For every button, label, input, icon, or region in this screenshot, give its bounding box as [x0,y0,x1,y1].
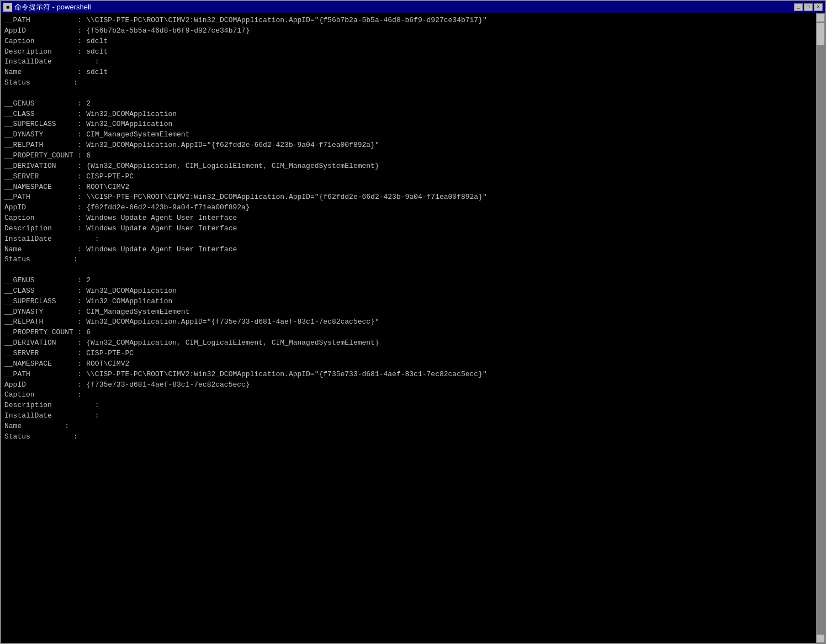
scroll-down-button[interactable]: ▼ [816,634,825,643]
terminal-line: __CLASS : Win32_DCOMApplication [4,286,822,297]
terminal-line: __PATH : \\CISP-PTE-PC\ROOT\CIMV2:Win32_… [4,369,822,380]
window-icon: ■ [3,3,12,12]
terminal-line: Status : [4,432,822,442]
terminal-line: __DYNASTY : CIM_ManagedSystemElement [4,130,822,140]
titlebar-buttons[interactable]: _ □ × [794,3,823,11]
terminal-line: __RELPATH : Win32_DCOMApplication.AppID=… [4,317,822,328]
terminal-line: Caption : sdclt [4,36,822,47]
terminal-line: Description : [4,400,822,411]
terminal-line: __SUPERCLASS : Win32_COMApplication [4,119,822,130]
terminal-line: __PROPERTY_COUNT : 6 [4,151,822,161]
terminal-line: Description : Windows Update Agent User … [4,224,822,234]
terminal-line: Name : sdclt [4,67,822,78]
terminal-line: __CLASS : Win32_DCOMApplication [4,109,822,120]
scroll-thumb[interactable] [817,23,824,45]
terminal-line: __DERIVATION : {Win32_COMApplication, CI… [4,161,822,172]
terminal-line: InstallDate : [4,411,822,421]
terminal-line: Status : [4,255,822,265]
titlebar-left: ■ 命令提示符 - powershell [3,2,91,12]
scrollbar[interactable]: ▲ ▼ [816,13,825,643]
terminal-line: __DERIVATION : {Win32_COMApplication, CI… [4,338,822,349]
terminal-line: InstallDate : [4,234,822,245]
terminal-line: Caption : Windows Update Agent User Inte… [4,213,822,224]
terminal-line: Status : [4,78,822,88]
terminal-line: __DYNASTY : CIM_ManagedSystemElement [4,307,822,318]
terminal-line [4,265,822,276]
terminal-line: __PATH : \\CISP-PTE-PC\ROOT\CIMV2:Win32_… [4,192,822,203]
terminal-content: __PATH : \\CISP-PTE-PC\ROOT\CIMV2:Win32_… [1,13,825,643]
terminal-line: AppID : {f735e733-d681-4aef-83c1-7ec82ca… [4,380,822,390]
terminal-line: InstallDate : [4,57,822,67]
terminal-line: __SERVER : CISP-PTE-PC [4,172,822,182]
terminal-line: AppID : {f62fdd2e-66d2-423b-9a04-f71ea00… [4,203,822,213]
terminal-line: __GENUS : 2 [4,99,822,109]
terminal-line: Caption : [4,390,822,400]
terminal-line: Name : [4,421,822,432]
titlebar: ■ 命令提示符 - powershell _ □ × [1,1,825,13]
terminal-line: Name : Windows Update Agent User Interfa… [4,245,822,255]
terminal-line: AppID : {f56b7b2a-5b5a-46d8-b6f9-d927ce3… [4,26,822,36]
minimize-button[interactable]: _ [794,3,803,11]
terminal-line: __SUPERCLASS : Win32_COMApplication [4,297,822,307]
restore-button[interactable]: □ [804,3,813,11]
terminal-line: Description : sdclt [4,47,822,57]
terminal-line: __RELPATH : Win32_DCOMApplication.AppID=… [4,140,822,151]
terminal-line [4,88,822,99]
terminal-window: ■ 命令提示符 - powershell _ □ × __PATH : \\CI… [0,0,826,644]
terminal-line: __NAMESPACE : ROOT\CIMV2 [4,182,822,193]
window-title: 命令提示符 - powershell [14,2,91,12]
scroll-up-button[interactable]: ▲ [816,13,825,22]
terminal-line: __SERVER : CISP-PTE-PC [4,349,822,359]
terminal-line: __PATH : \\CISP-PTE-PC\ROOT\CIMV2:Win32_… [4,15,822,26]
terminal-output: __PATH : \\CISP-PTE-PC\ROOT\CIMV2:Win32_… [4,15,822,442]
terminal-line: __NAMESPACE : ROOT\CIMV2 [4,359,822,369]
close-button[interactable]: × [814,3,823,11]
terminal-line: __PROPERTY_COUNT : 6 [4,328,822,338]
terminal-line: __GENUS : 2 [4,276,822,286]
